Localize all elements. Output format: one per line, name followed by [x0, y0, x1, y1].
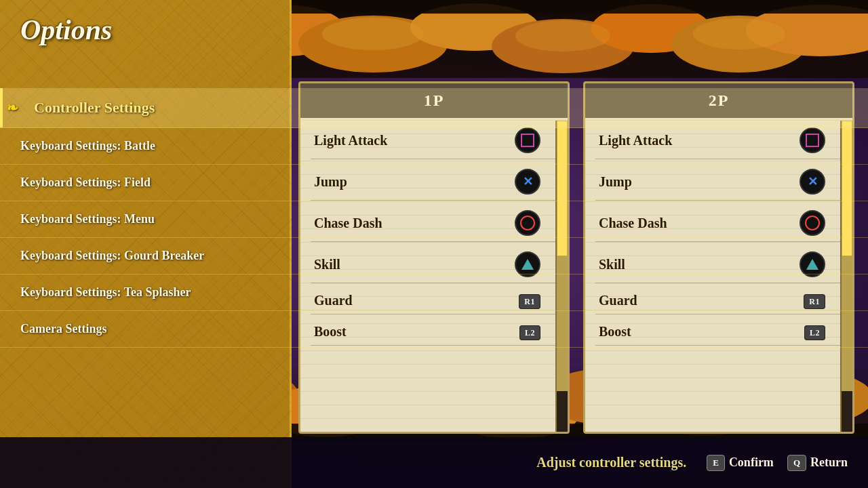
return-label: Return: [810, 455, 848, 470]
sidebar-item-label: Keyboard Settings: Field: [20, 176, 151, 189]
nav-menu: ❧ Controller Settings Keyboard Settings:…: [0, 88, 868, 348]
sidebar-item-label: Keyboard Settings: Menu: [20, 212, 155, 226]
page-title: Options: [20, 14, 112, 46]
active-deco: ❧: [7, 100, 18, 116]
return-key: Q: [787, 455, 806, 471]
scrollbar-bottom: [557, 391, 568, 432]
sidebar-item-camera-settings[interactable]: Camera Settings: [0, 311, 868, 348]
sidebar-item-label: Keyboard Settings: Tea Splasher: [20, 285, 191, 299]
hint-text: Adjust controller settings.: [536, 455, 686, 470]
confirm-action[interactable]: E Confirm: [707, 455, 774, 471]
bottom-bar: Adjust controller settings. E Confirm Q …: [0, 437, 868, 488]
sidebar-item-label: Keyboard Settings: Gourd Breaker: [20, 249, 204, 262]
svg-point-15: [515, 20, 610, 52]
sidebar-item-label: Camera Settings: [20, 322, 106, 336]
sidebar-item-keyboard-menu[interactable]: Keyboard Settings: Menu: [0, 201, 868, 238]
sidebar-item-keyboard-field[interactable]: Keyboard Settings: Field: [0, 165, 868, 201]
sidebar-item-keyboard-tea[interactable]: Keyboard Settings: Tea Splasher: [0, 274, 868, 311]
bottom-actions: E Confirm Q Return: [707, 455, 848, 471]
sidebar-item-label: Keyboard Settings: Battle: [20, 139, 155, 152]
confirm-key: E: [707, 455, 725, 471]
sidebar-item-keyboard-battle[interactable]: Keyboard Settings: Battle: [0, 128, 868, 165]
sidebar-item-label: Controller Settings: [34, 99, 155, 116]
return-action[interactable]: Q Return: [787, 455, 848, 471]
confirm-label: Confirm: [729, 455, 774, 470]
svg-point-16: [693, 18, 785, 49]
sidebar-item-keyboard-gourd[interactable]: Keyboard Settings: Gourd Breaker: [0, 238, 868, 274]
svg-point-14: [322, 18, 424, 50]
sidebar-item-controller-settings[interactable]: ❧ Controller Settings: [0, 88, 868, 128]
scrollbar-bottom: [842, 391, 852, 432]
